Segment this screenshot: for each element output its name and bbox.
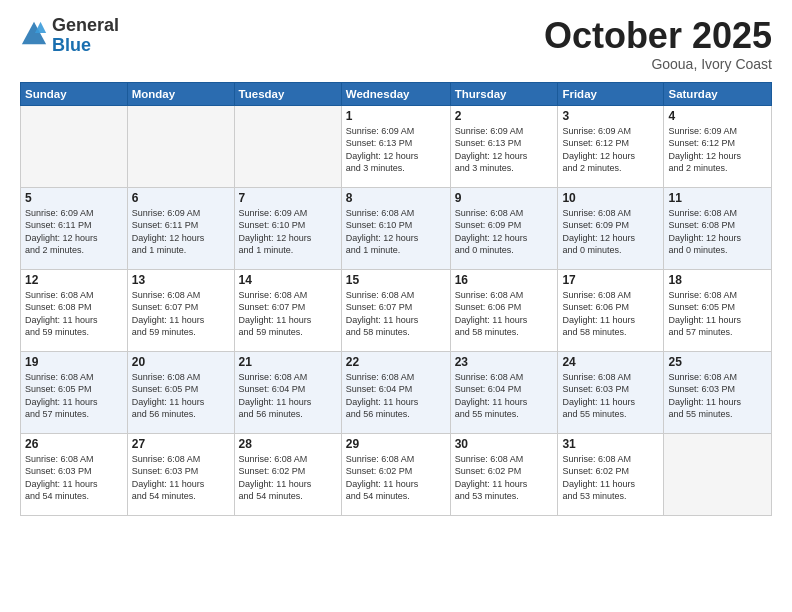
day-number: 16 <box>455 273 554 287</box>
day-info: Sunrise: 6:08 AM Sunset: 6:07 PM Dayligh… <box>132 289 230 339</box>
table-cell: 16Sunrise: 6:08 AM Sunset: 6:06 PM Dayli… <box>450 269 558 351</box>
table-cell: 31Sunrise: 6:08 AM Sunset: 6:02 PM Dayli… <box>558 433 664 515</box>
day-number: 8 <box>346 191 446 205</box>
day-number: 29 <box>346 437 446 451</box>
table-cell: 12Sunrise: 6:08 AM Sunset: 6:08 PM Dayli… <box>21 269 128 351</box>
day-number: 28 <box>239 437 337 451</box>
logo-blue-text: Blue <box>52 36 119 56</box>
day-number: 2 <box>455 109 554 123</box>
day-info: Sunrise: 6:08 AM Sunset: 6:02 PM Dayligh… <box>239 453 337 503</box>
day-info: Sunrise: 6:08 AM Sunset: 6:08 PM Dayligh… <box>25 289 123 339</box>
table-cell: 3Sunrise: 6:09 AM Sunset: 6:12 PM Daylig… <box>558 105 664 187</box>
day-info: Sunrise: 6:08 AM Sunset: 6:09 PM Dayligh… <box>562 207 659 257</box>
day-info: Sunrise: 6:08 AM Sunset: 6:07 PM Dayligh… <box>346 289 446 339</box>
day-info: Sunrise: 6:08 AM Sunset: 6:02 PM Dayligh… <box>346 453 446 503</box>
day-number: 3 <box>562 109 659 123</box>
table-cell: 17Sunrise: 6:08 AM Sunset: 6:06 PM Dayli… <box>558 269 664 351</box>
table-cell: 26Sunrise: 6:08 AM Sunset: 6:03 PM Dayli… <box>21 433 128 515</box>
day-info: Sunrise: 6:08 AM Sunset: 6:02 PM Dayligh… <box>455 453 554 503</box>
day-info: Sunrise: 6:09 AM Sunset: 6:12 PM Dayligh… <box>668 125 767 175</box>
table-cell: 1Sunrise: 6:09 AM Sunset: 6:13 PM Daylig… <box>341 105 450 187</box>
week-row-2: 5Sunrise: 6:09 AM Sunset: 6:11 PM Daylig… <box>21 187 772 269</box>
day-number: 13 <box>132 273 230 287</box>
calendar-table: Sunday Monday Tuesday Wednesday Thursday… <box>20 82 772 516</box>
table-cell <box>127 105 234 187</box>
table-cell: 2Sunrise: 6:09 AM Sunset: 6:13 PM Daylig… <box>450 105 558 187</box>
day-info: Sunrise: 6:08 AM Sunset: 6:02 PM Dayligh… <box>562 453 659 503</box>
day-info: Sunrise: 6:08 AM Sunset: 6:05 PM Dayligh… <box>132 371 230 421</box>
day-number: 1 <box>346 109 446 123</box>
week-row-1: 1Sunrise: 6:09 AM Sunset: 6:13 PM Daylig… <box>21 105 772 187</box>
table-cell: 24Sunrise: 6:08 AM Sunset: 6:03 PM Dayli… <box>558 351 664 433</box>
day-number: 12 <box>25 273 123 287</box>
logo-icon <box>20 20 48 48</box>
day-info: Sunrise: 6:08 AM Sunset: 6:05 PM Dayligh… <box>668 289 767 339</box>
table-cell: 9Sunrise: 6:08 AM Sunset: 6:09 PM Daylig… <box>450 187 558 269</box>
day-info: Sunrise: 6:08 AM Sunset: 6:07 PM Dayligh… <box>239 289 337 339</box>
day-info: Sunrise: 6:09 AM Sunset: 6:11 PM Dayligh… <box>25 207 123 257</box>
day-number: 18 <box>668 273 767 287</box>
day-info: Sunrise: 6:09 AM Sunset: 6:11 PM Dayligh… <box>132 207 230 257</box>
day-info: Sunrise: 6:08 AM Sunset: 6:03 PM Dayligh… <box>668 371 767 421</box>
day-number: 23 <box>455 355 554 369</box>
page-header: General Blue October 2025 Gooua, Ivory C… <box>20 16 772 72</box>
day-info: Sunrise: 6:08 AM Sunset: 6:03 PM Dayligh… <box>132 453 230 503</box>
day-number: 19 <box>25 355 123 369</box>
day-info: Sunrise: 6:09 AM Sunset: 6:10 PM Dayligh… <box>239 207 337 257</box>
header-saturday: Saturday <box>664 82 772 105</box>
title-block: October 2025 Gooua, Ivory Coast <box>544 16 772 72</box>
day-info: Sunrise: 6:09 AM Sunset: 6:13 PM Dayligh… <box>346 125 446 175</box>
header-tuesday: Tuesday <box>234 82 341 105</box>
table-cell: 13Sunrise: 6:08 AM Sunset: 6:07 PM Dayli… <box>127 269 234 351</box>
day-info: Sunrise: 6:08 AM Sunset: 6:04 PM Dayligh… <box>455 371 554 421</box>
header-thursday: Thursday <box>450 82 558 105</box>
table-cell: 8Sunrise: 6:08 AM Sunset: 6:10 PM Daylig… <box>341 187 450 269</box>
header-monday: Monday <box>127 82 234 105</box>
table-cell: 22Sunrise: 6:08 AM Sunset: 6:04 PM Dayli… <box>341 351 450 433</box>
day-number: 25 <box>668 355 767 369</box>
table-cell: 11Sunrise: 6:08 AM Sunset: 6:08 PM Dayli… <box>664 187 772 269</box>
table-cell: 27Sunrise: 6:08 AM Sunset: 6:03 PM Dayli… <box>127 433 234 515</box>
day-info: Sunrise: 6:09 AM Sunset: 6:13 PM Dayligh… <box>455 125 554 175</box>
header-friday: Friday <box>558 82 664 105</box>
day-number: 7 <box>239 191 337 205</box>
day-info: Sunrise: 6:09 AM Sunset: 6:12 PM Dayligh… <box>562 125 659 175</box>
header-wednesday: Wednesday <box>341 82 450 105</box>
table-cell: 29Sunrise: 6:08 AM Sunset: 6:02 PM Dayli… <box>341 433 450 515</box>
day-info: Sunrise: 6:08 AM Sunset: 6:06 PM Dayligh… <box>562 289 659 339</box>
table-cell: 18Sunrise: 6:08 AM Sunset: 6:05 PM Dayli… <box>664 269 772 351</box>
table-cell: 10Sunrise: 6:08 AM Sunset: 6:09 PM Dayli… <box>558 187 664 269</box>
day-number: 17 <box>562 273 659 287</box>
day-number: 15 <box>346 273 446 287</box>
weekday-header-row: Sunday Monday Tuesday Wednesday Thursday… <box>21 82 772 105</box>
table-cell: 30Sunrise: 6:08 AM Sunset: 6:02 PM Dayli… <box>450 433 558 515</box>
day-number: 31 <box>562 437 659 451</box>
day-number: 14 <box>239 273 337 287</box>
logo: General Blue <box>20 16 119 56</box>
day-info: Sunrise: 6:08 AM Sunset: 6:04 PM Dayligh… <box>346 371 446 421</box>
table-cell: 15Sunrise: 6:08 AM Sunset: 6:07 PM Dayli… <box>341 269 450 351</box>
table-cell <box>234 105 341 187</box>
table-cell: 23Sunrise: 6:08 AM Sunset: 6:04 PM Dayli… <box>450 351 558 433</box>
week-row-5: 26Sunrise: 6:08 AM Sunset: 6:03 PM Dayli… <box>21 433 772 515</box>
day-number: 9 <box>455 191 554 205</box>
day-info: Sunrise: 6:08 AM Sunset: 6:03 PM Dayligh… <box>562 371 659 421</box>
day-number: 10 <box>562 191 659 205</box>
day-number: 20 <box>132 355 230 369</box>
table-cell: 25Sunrise: 6:08 AM Sunset: 6:03 PM Dayli… <box>664 351 772 433</box>
month-title: October 2025 <box>544 16 772 56</box>
day-number: 21 <box>239 355 337 369</box>
table-cell: 6Sunrise: 6:09 AM Sunset: 6:11 PM Daylig… <box>127 187 234 269</box>
day-info: Sunrise: 6:08 AM Sunset: 6:03 PM Dayligh… <box>25 453 123 503</box>
day-info: Sunrise: 6:08 AM Sunset: 6:04 PM Dayligh… <box>239 371 337 421</box>
table-cell: 7Sunrise: 6:09 AM Sunset: 6:10 PM Daylig… <box>234 187 341 269</box>
day-info: Sunrise: 6:08 AM Sunset: 6:06 PM Dayligh… <box>455 289 554 339</box>
table-cell: 4Sunrise: 6:09 AM Sunset: 6:12 PM Daylig… <box>664 105 772 187</box>
table-cell: 28Sunrise: 6:08 AM Sunset: 6:02 PM Dayli… <box>234 433 341 515</box>
day-number: 24 <box>562 355 659 369</box>
day-info: Sunrise: 6:08 AM Sunset: 6:05 PM Dayligh… <box>25 371 123 421</box>
day-info: Sunrise: 6:08 AM Sunset: 6:09 PM Dayligh… <box>455 207 554 257</box>
day-number: 5 <box>25 191 123 205</box>
day-number: 30 <box>455 437 554 451</box>
day-number: 6 <box>132 191 230 205</box>
